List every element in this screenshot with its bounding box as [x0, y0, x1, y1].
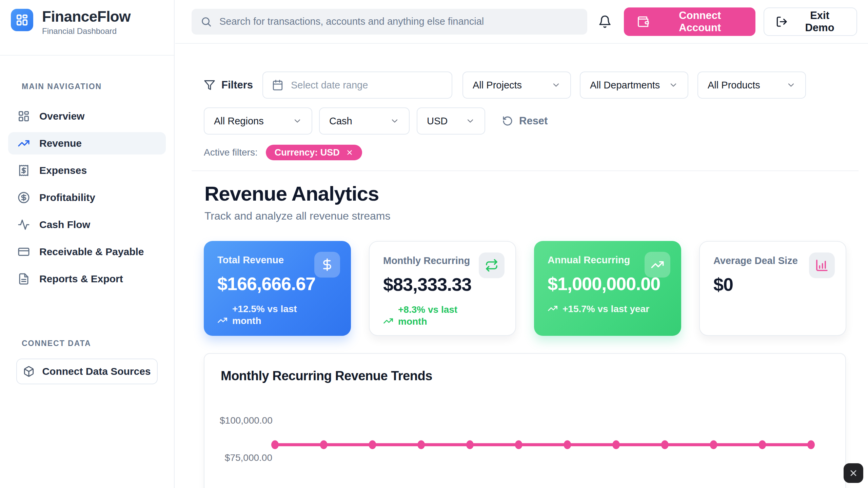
log-out-icon — [776, 16, 788, 28]
chevron-down-icon — [390, 116, 399, 126]
stat-cards: Total Revenue $166,666.67 +12.5% vs last… — [204, 241, 846, 336]
stat-delta: +15.7% vs last year — [548, 303, 668, 315]
sidebar-item-label: Revenue — [39, 138, 82, 149]
reset-filters-button[interactable]: Reset — [502, 115, 548, 127]
sidebar-item-label: Profitability — [39, 192, 95, 203]
currency-select[interactable]: USD — [417, 107, 485, 135]
layout-grid-icon — [18, 110, 30, 122]
projects-select[interactable]: All Projects — [462, 72, 571, 99]
bell-icon — [598, 15, 612, 28]
dollar-icon — [320, 258, 334, 271]
repeat-icon — [485, 259, 498, 272]
search-icon — [200, 16, 212, 27]
brand: FinanceFlow Financial Dashboard — [11, 9, 131, 36]
section-divider — [192, 170, 859, 171]
close-button[interactable] — [844, 463, 863, 483]
stat-icon-tile — [645, 252, 670, 278]
file-text-icon — [18, 273, 30, 285]
stat-card-average-deal-size: Average Deal Size $0 — [699, 241, 846, 336]
main-navigation: Overview Revenue Expenses Profitability … — [8, 105, 166, 290]
dollar-circle-icon — [18, 191, 30, 204]
close-icon — [849, 468, 858, 478]
top-bar: Connect Account Exit Demo — [175, 0, 868, 44]
active-filters-label: Active filters: — [204, 147, 258, 158]
sidebar-item-overview[interactable]: Overview — [8, 105, 166, 127]
notifications-button[interactable] — [595, 12, 614, 31]
trending-up-icon — [383, 316, 393, 326]
sidebar-item-label: Receivable & Payable — [39, 246, 144, 258]
search-input[interactable] — [219, 16, 578, 27]
wallet-icon — [637, 15, 649, 28]
activity-icon — [18, 219, 30, 231]
receipt-icon — [18, 164, 30, 177]
exit-demo-button[interactable]: Exit Demo — [764, 7, 857, 36]
regions-select[interactable]: All Regions — [204, 107, 312, 135]
connect-data-label: CONNECT DATA — [22, 339, 91, 348]
trending-up-icon — [217, 315, 228, 325]
active-filters-row: Active filters: Currency: USD — [204, 145, 362, 160]
sidebar-item-label: Cash Flow — [39, 219, 90, 230]
filters-row-2: All Regions Cash USD Reset — [204, 107, 548, 135]
stat-card-annual-recurring: Annual Recurring $1,000,000.00 +15.7% vs… — [534, 241, 681, 336]
departments-select[interactable]: All Departments — [580, 72, 688, 99]
package-icon — [23, 366, 35, 377]
line-chart-plot — [204, 354, 846, 488]
close-icon[interactable] — [346, 149, 353, 156]
sidebar-item-label: Overview — [39, 110, 84, 122]
stat-icon-tile — [479, 252, 505, 278]
app-subtitle: Financial Dashboard — [42, 26, 131, 36]
filter-icon — [204, 79, 215, 91]
main-navigation-label: MAIN NAVIGATION — [22, 82, 102, 91]
chevron-down-icon — [669, 80, 678, 90]
bar-chart-icon — [815, 259, 829, 272]
chevron-down-icon — [466, 116, 475, 126]
connect-data-sources-button[interactable]: Connect Data Sources — [16, 359, 158, 384]
sidebar-item-reports-export[interactable]: Reports & Export — [8, 268, 166, 290]
mrr-line-chart: Monthly Recurring Revenue Trends $100,00… — [204, 353, 846, 488]
stat-delta: +12.5% vs last month — [217, 303, 337, 327]
date-range-field[interactable] — [262, 72, 452, 99]
stat-delta: +8.3% vs last month — [383, 304, 502, 327]
sidebar-divider — [0, 55, 174, 56]
stat-card-monthly-recurring: Monthly Recurring $83,333.33 +8.3% vs la… — [369, 241, 516, 336]
credit-card-icon — [18, 246, 30, 258]
global-search — [192, 9, 587, 35]
date-range-input[interactable] — [291, 80, 443, 91]
chevron-down-icon — [551, 80, 561, 90]
sidebar-item-label: Expenses — [39, 165, 87, 176]
layout-grid-icon — [16, 14, 28, 26]
chevron-down-icon — [786, 80, 796, 90]
app-title: FinanceFlow — [42, 9, 131, 24]
stat-icon-tile — [314, 252, 340, 278]
chevron-down-icon — [293, 116, 302, 126]
sidebar: FinanceFlow Financial Dashboard MAIN NAV… — [0, 0, 175, 488]
sidebar-item-profitability[interactable]: Profitability — [8, 186, 166, 209]
products-select[interactable]: All Products — [697, 72, 806, 99]
sidebar-item-expenses[interactable]: Expenses — [8, 159, 166, 182]
page-subtitle: Track and analyze all revenue streams — [204, 210, 390, 222]
sidebar-item-label: Reports & Export — [39, 273, 123, 285]
trending-up-icon — [651, 258, 664, 271]
filters-row-1: Filters All Projects All Departments All… — [204, 72, 806, 99]
filters-heading: Filters — [204, 79, 253, 91]
sidebar-item-cash-flow[interactable]: Cash Flow — [8, 214, 166, 236]
connect-account-button[interactable]: Connect Account — [624, 7, 755, 36]
page-title: Revenue Analytics — [204, 182, 379, 205]
calendar-icon — [272, 79, 283, 91]
main-content: Filters All Projects All Departments All… — [175, 44, 868, 488]
app-logo — [11, 9, 33, 31]
sidebar-item-receivable-payable[interactable]: Receivable & Payable — [8, 241, 166, 263]
sidebar-item-revenue[interactable]: Revenue — [8, 132, 166, 155]
trending-up-icon — [548, 303, 558, 313]
accounting-basis-select[interactable]: Cash — [319, 107, 410, 135]
stat-card-total-revenue: Total Revenue $166,666.67 +12.5% vs last… — [204, 241, 351, 336]
stat-icon-tile — [809, 252, 835, 278]
rotate-ccw-icon — [502, 116, 513, 126]
currency-filter-chip[interactable]: Currency: USD — [266, 145, 362, 160]
trending-up-icon — [18, 137, 30, 149]
